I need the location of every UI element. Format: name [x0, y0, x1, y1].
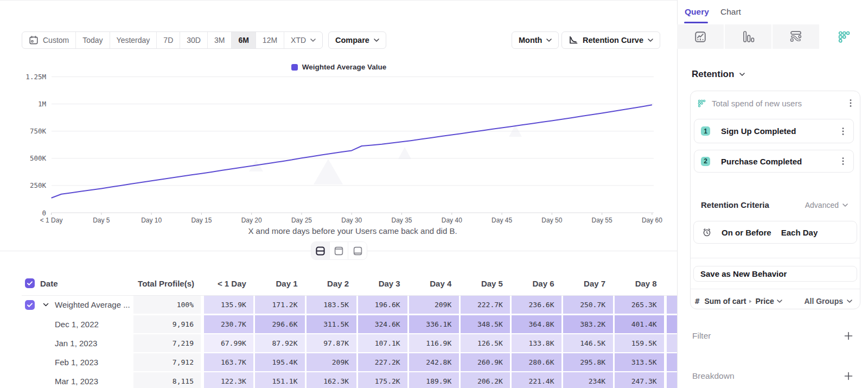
date-range-3m[interactable]: 3M — [208, 32, 232, 48]
table-cell[interactable]: 230.7K — [204, 315, 254, 333]
table-cell[interactable]: 162.3K — [307, 372, 356, 388]
add-breakdown-button[interactable] — [844, 372, 853, 380]
kebab-menu-icon[interactable] — [839, 127, 847, 136]
group-dropdown[interactable]: All Groups — [804, 297, 852, 306]
table-cell[interactable]: 221.4K — [512, 372, 561, 388]
table-cell[interactable]: 250.7K — [563, 296, 613, 314]
column-header-day-3[interactable]: Day 3 — [379, 279, 400, 288]
table-cell[interactable]: 311.5K — [307, 315, 356, 333]
date-range-12m[interactable]: 12M — [256, 32, 284, 48]
row-label[interactable]: Feb 1, 2023 — [55, 358, 98, 367]
table-cell[interactable]: 209K — [409, 296, 459, 314]
report-type-heading[interactable]: Retention — [692, 69, 745, 80]
table-cell[interactable]: 122.3K — [204, 372, 254, 388]
table-cell[interactable]: 87.92K — [255, 334, 305, 352]
column-header--1-day[interactable]: < 1 Day — [218, 279, 246, 288]
column-header-day-6[interactable]: Day 6 — [532, 279, 554, 288]
layout-split-view-button[interactable] — [311, 242, 330, 259]
tab-chart[interactable]: Chart — [720, 7, 741, 17]
table-cell[interactable]: 336.1K — [409, 315, 459, 333]
layout-chart-view-button[interactable] — [330, 242, 348, 259]
table-cell[interactable]: 97.87K — [307, 334, 356, 352]
table-cell[interactable]: 348.5K — [461, 315, 510, 333]
table-cell[interactable]: 401.4K — [615, 315, 665, 333]
granularity-button[interactable]: Month — [512, 31, 559, 49]
chart-type-button[interactable]: Retention Curve — [561, 31, 660, 49]
kebab-menu-icon[interactable] — [847, 99, 854, 107]
table-cell[interactable]: 265.3K — [615, 296, 665, 314]
table-cell[interactable]: 206.2K — [461, 372, 510, 388]
table-cell[interactable]: 222.7K — [461, 296, 510, 314]
kebab-menu-icon[interactable] — [839, 157, 847, 166]
step-row-2[interactable]: 2 Purchase Completed — [694, 150, 854, 173]
date-range-30d[interactable]: 30D — [180, 32, 208, 48]
expand-row-icon[interactable] — [43, 303, 49, 307]
property-dropdown[interactable]: Sum of cart Price — [704, 297, 782, 306]
step-row-1[interactable]: 1 Sign Up Completed — [694, 119, 854, 143]
table-cell[interactable]: 67.99K — [204, 334, 254, 352]
tab-retention[interactable] — [820, 24, 868, 49]
column-header-total[interactable]: Total Profile(s) — [138, 279, 194, 288]
table-cell[interactable]: 234K — [563, 372, 613, 388]
row-label[interactable]: Mar 1, 2023 — [55, 377, 98, 386]
table-cell[interactable]: 171.2K — [255, 296, 305, 314]
table-cell[interactable]: 295.8K — [563, 353, 613, 371]
table-cell[interactable]: 135.9K — [204, 296, 254, 314]
row-label[interactable]: Jan 1, 2023 — [55, 339, 97, 348]
table-cell[interactable]: 280.6K — [512, 353, 561, 371]
table-cell[interactable]: 247.3K — [615, 372, 665, 388]
table-cell[interactable]: 227.2K — [358, 353, 408, 371]
table-cell[interactable]: 236.6K — [512, 296, 561, 314]
column-header-day-4[interactable]: Day 4 — [430, 279, 451, 288]
date-range-today[interactable]: Today — [76, 32, 110, 48]
table-cell[interactable]: 324.6K — [358, 315, 408, 333]
row-label[interactable]: Weighted Average ... — [55, 300, 130, 309]
table-cell[interactable]: 195.4K — [255, 353, 305, 371]
date-range-xtd[interactable]: XTD — [284, 32, 322, 48]
row-label[interactable]: Dec 1, 2022 — [55, 320, 99, 329]
date-range-7d[interactable]: 7D — [157, 32, 180, 48]
criteria-frequency[interactable]: Each Day — [781, 228, 818, 237]
compare-button[interactable]: Compare — [328, 31, 386, 49]
tab-query[interactable]: Query — [685, 7, 709, 17]
column-header-day-7[interactable]: Day 7 — [584, 279, 605, 288]
tab-insights[interactable] — [677, 24, 725, 49]
retention-line-chart[interactable]: 1.25M1M750K500K250K0< 1 DayDay 5Day 10Da… — [0, 54, 678, 241]
column-header-day-1[interactable]: Day 1 — [276, 279, 297, 288]
table-cell[interactable]: 296.6K — [255, 315, 305, 333]
table-cell[interactable]: 151.1K — [255, 372, 305, 388]
table-cell[interactable]: 364.8K — [512, 315, 561, 333]
table-cell[interactable]: 183.5K — [307, 296, 356, 314]
tab-flows[interactable] — [773, 24, 820, 49]
table-cell[interactable]: 116.9K — [409, 334, 459, 352]
column-header-day-8[interactable]: Day 8 — [635, 279, 657, 288]
column-header-day-5[interactable]: Day 5 — [481, 279, 503, 288]
row-checkbox[interactable] — [25, 300, 35, 310]
column-header-day-2[interactable]: Day 2 — [327, 279, 349, 288]
table-cell[interactable]: 209K — [307, 353, 356, 371]
date-range-custom[interactable]: Custom — [22, 32, 76, 48]
column-header-date[interactable]: Date — [40, 279, 58, 288]
select-all-checkbox[interactable] — [25, 278, 35, 288]
table-cell[interactable]: 260.9K — [461, 353, 510, 371]
table-cell[interactable]: 163.7K — [204, 353, 254, 371]
table-cell[interactable]: 133.8K — [512, 334, 561, 352]
date-range-6m[interactable]: 6M — [232, 32, 256, 48]
criteria-row[interactable]: On or Before Each Day — [693, 221, 857, 244]
series-line[interactable] — [52, 105, 652, 198]
table-cell[interactable]: 107.1K — [358, 334, 408, 352]
table-cell[interactable]: 159.5K — [615, 334, 665, 352]
table-cell[interactable]: 146.5K — [563, 334, 613, 352]
table-cell[interactable]: 175.2K — [358, 372, 408, 388]
criteria-condition[interactable]: On or Before — [722, 228, 771, 237]
save-as-new-behavior-button[interactable]: Save as New Behavior — [693, 266, 857, 282]
table-cell[interactable]: 126.5K — [461, 334, 510, 352]
add-filter-button[interactable] — [844, 332, 853, 340]
table-cell[interactable]: 242.8K — [409, 353, 459, 371]
table-cell[interactable]: 196.6K — [358, 296, 408, 314]
layout-table-view-button[interactable] — [348, 242, 367, 259]
table-cell[interactable]: 189.9K — [409, 372, 459, 388]
date-range-yesterday[interactable]: Yesterday — [110, 32, 157, 48]
criteria-mode-dropdown[interactable]: Advanced — [805, 201, 848, 209]
table-cell[interactable]: 313.5K — [615, 353, 665, 371]
